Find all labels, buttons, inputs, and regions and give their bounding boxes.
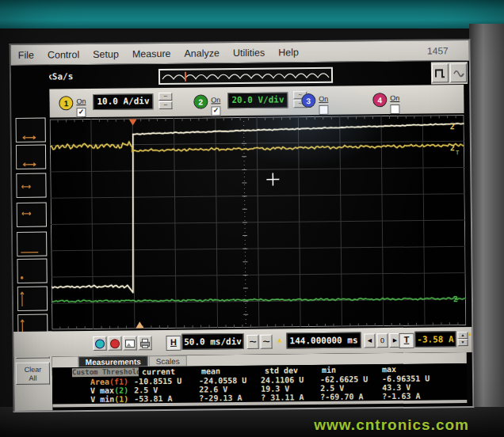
channel-4-on-label: On <box>390 94 399 102</box>
col-mean: mean <box>201 367 220 376</box>
scope-screen: File Control Setup Measure Analyze Utili… <box>10 39 475 412</box>
menu-measure[interactable]: Measure <box>132 48 171 59</box>
monitor-right-bezel <box>469 24 504 437</box>
channel-3-button[interactable]: 3 <box>301 93 315 108</box>
neg-width-icon <box>17 203 46 226</box>
col-min: min <box>322 366 336 375</box>
pulse-icon-button[interactable] <box>432 63 449 82</box>
scroll-left-button[interactable]: ◀ <box>364 333 375 348</box>
channel-1-button[interactable]: 1 <box>59 96 73 110</box>
timebase-display[interactable]: 50.0 ms/div <box>181 333 243 350</box>
run-button[interactable] <box>93 336 106 351</box>
svg-text:2: 2 <box>450 143 455 152</box>
channel-2-on-label: On <box>211 96 220 104</box>
trigger-button[interactable]: T <box>399 333 414 348</box>
channel-2-on-checkbox[interactable] <box>211 106 220 116</box>
waveform-traces: 22T2 <box>50 115 467 329</box>
channel-2-button[interactable]: 2 <box>193 94 208 108</box>
menu-setup[interactable]: Setup <box>93 48 119 59</box>
pos-width-icon <box>17 174 45 197</box>
channel-1-controls: 1 On 10.0 A/div ~ ~ <box>59 91 192 115</box>
top-right-buttons <box>431 62 468 84</box>
svg-text:T: T <box>456 150 460 156</box>
col-current: current <box>142 367 175 377</box>
delay-display[interactable]: 144.000000 ms <box>286 332 361 348</box>
measurements-panel: Measurements Scales Custom Thresholds cu… <box>52 352 468 407</box>
pos-width-icon-button[interactable] <box>16 173 46 198</box>
print-button[interactable] <box>138 336 151 350</box>
screenshot-button[interactable] <box>123 336 136 350</box>
fall-pulse-icon-button[interactable] <box>17 259 47 283</box>
channel-1-on-label: On <box>76 97 86 105</box>
channel-1-on-checkbox[interactable] <box>76 108 86 117</box>
channel-1-scale-up-button[interactable]: ~ <box>158 93 172 101</box>
channel-3-controls: 3 On <box>301 89 341 112</box>
left-toolbar: More (1 of 2) Clear All <box>11 66 53 411</box>
measurements-table: Custom Thresholds current mean std dev m… <box>52 363 467 404</box>
watermark: www.cntronics.com <box>314 416 469 434</box>
run-icon <box>94 338 105 348</box>
threshold-selector[interactable]: Custom Thresholds <box>72 367 139 377</box>
scope-case-top <box>0 0 504 28</box>
channel-4-controls: 4 On <box>372 89 412 112</box>
zero-delay-button[interactable]: 0 <box>376 333 388 348</box>
menu-help[interactable]: Help <box>278 47 299 58</box>
timebase-fine-button[interactable]: ~ <box>246 335 258 349</box>
delay-reference-icon: ▲ <box>276 336 283 344</box>
tab-measurements[interactable]: Measurements <box>78 355 148 367</box>
channel-1-scale-down-button[interactable]: ~ <box>158 101 172 109</box>
svg-text:2: 2 <box>450 122 455 131</box>
spin-down-icon[interactable]: ▼ <box>458 339 468 346</box>
channel-1-scale-display[interactable]: 10.0 A/div <box>93 93 153 110</box>
channel-4-button[interactable]: 4 <box>372 93 387 107</box>
channel-controls-row: 1 On 10.0 A/div ~ ~ 2 On 20.0 V/div ~ ~ <box>49 85 464 117</box>
rise-time-icon <box>17 119 45 142</box>
trigger-level-arrow-icon: ▲ <box>467 331 472 336</box>
rise-pulse-icon <box>18 287 47 310</box>
stop-icon <box>109 338 120 348</box>
channel-3-on-checkbox[interactable] <box>319 105 328 115</box>
neg-width-icon-button[interactable] <box>17 203 47 227</box>
channel-2-scale-display[interactable]: 20.0 V/div <box>227 92 288 108</box>
fall-time-icon-button[interactable] <box>16 145 46 169</box>
fall-pulse-icon <box>17 260 46 283</box>
menu-file[interactable]: File <box>18 49 34 60</box>
clock: 1457 <box>427 45 449 56</box>
burst-width-icon-button[interactable] <box>17 232 47 256</box>
stop-button[interactable] <box>108 336 121 351</box>
trigger-level-display[interactable]: -3.58 A <box>414 331 456 348</box>
probe-wave-icon-button[interactable] <box>450 63 467 82</box>
screenshot-icon <box>124 338 135 348</box>
svg-text:2: 2 <box>453 294 458 303</box>
rise-time-icon-button[interactable] <box>16 118 46 142</box>
tab-scales[interactable]: Scales <box>149 355 187 367</box>
menu-utilities[interactable]: Utilities <box>233 47 265 58</box>
channel-3-on-label: On <box>319 95 328 103</box>
rise-pulse-icon-button[interactable] <box>17 287 48 311</box>
clear-all-button[interactable]: Clear All <box>16 363 50 385</box>
col-max: max <box>382 365 396 374</box>
horizontal-button[interactable]: H <box>166 336 181 351</box>
timebase-coarse-button[interactable]: ~ <box>260 335 272 349</box>
menu-analyze[interactable]: Analyze <box>184 48 220 59</box>
acquisition-preview-bar[interactable] <box>158 67 333 85</box>
printer-icon <box>139 338 150 348</box>
menu-control[interactable]: Control <box>48 49 79 60</box>
fall-time-icon <box>17 146 45 169</box>
waveform-display: 22T2 <box>50 115 467 329</box>
channel-4-on-checkbox[interactable] <box>390 104 399 114</box>
preview-waveform-icon <box>160 69 331 83</box>
burst-width-icon <box>17 233 46 256</box>
col-std-dev: std dev <box>265 366 298 375</box>
